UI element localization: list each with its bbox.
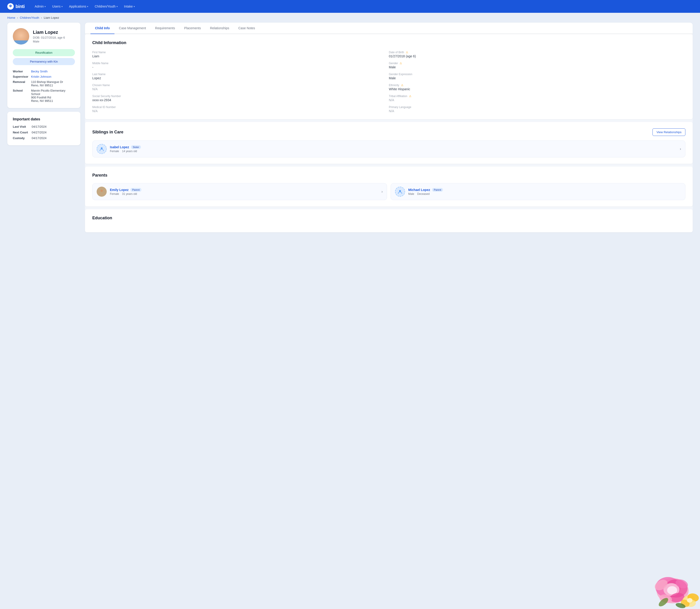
next-court-label: Next Court [13, 130, 28, 134]
last-visit-value: 04/17/2024 [32, 125, 75, 128]
emily-sub: Female 31 years old [110, 192, 378, 195]
education-section: Education [85, 209, 693, 232]
nav-children-youth[interactable]: Children/Youth ▾ [92, 3, 120, 10]
parent-emily-card[interactable]: Emily Lopez Parent Female 31 years old › [92, 183, 387, 200]
svg-point-9 [667, 586, 677, 594]
badge-row: Reunification Permanency with Kin [13, 49, 75, 65]
avatar [13, 28, 29, 45]
breadcrumb: Home › Children/Youth › Liam Lopez [0, 13, 700, 23]
view-relationships-button[interactable]: View Relationships [652, 128, 685, 136]
field-medical-id: Medical ID Number N/A [92, 106, 389, 113]
nav-applications-chevron: ▾ [87, 5, 88, 8]
svg-point-7 [665, 579, 687, 597]
field-gender-expression: Gender Expression Male [389, 73, 685, 80]
tribal-warning-icon: ⚠ [409, 94, 412, 98]
isabel-chevron: › [680, 147, 681, 151]
svg-point-1 [101, 147, 103, 149]
siblings-title: Siblings in Care [92, 130, 123, 135]
field-last-name: Last Name Lopez [92, 73, 389, 80]
last-visit-label: Last Visit [13, 125, 28, 128]
nav-users-chevron: ▾ [62, 5, 63, 8]
profile-name: Liam Lopez [33, 30, 65, 35]
nav-admin[interactable]: Admin ▾ [32, 3, 49, 10]
worker-label: Worker [13, 70, 28, 73]
right-panel: Child Info Case Management Requirements … [85, 23, 693, 235]
child-info-left-col: First Name Liam Middle Name - Last Name … [92, 51, 389, 113]
dob-warning-icon: ⚠ [406, 51, 408, 54]
field-first-name: First Name Liam [92, 51, 389, 58]
education-title: Education [92, 216, 685, 221]
emily-tag: Parent [130, 188, 141, 192]
svg-point-10 [653, 578, 669, 593]
nav-intake[interactable]: Intake ▾ [121, 3, 138, 10]
school-value: Marvin Picollo Elementary School900 Foot… [31, 89, 75, 103]
sibling-isabel-card[interactable]: Isabel Lopez Sister Female 14 years old … [92, 140, 685, 157]
isabel-info: Isabel Lopez Sister Female 14 years old [110, 145, 677, 153]
michael-tag: Parent [432, 188, 443, 192]
svg-point-4 [399, 190, 401, 192]
parents-section: Parents Emily Lope [85, 167, 693, 207]
tabs-bar: Child Info Case Management Requirements … [85, 23, 693, 34]
tab-requirements[interactable]: Requirements [151, 23, 179, 34]
parent-michael-card[interactable]: Michael Lopez Parent Male Deceased [391, 183, 685, 200]
nav-users[interactable]: Users ▾ [49, 3, 65, 10]
svg-point-15 [687, 593, 699, 603]
profile-card: Liam Lopez DOB: 01/27/2018, age 6 Male R… [7, 23, 81, 108]
logo[interactable]: binti [7, 3, 25, 10]
isabel-name: Isabel Lopez [110, 145, 129, 149]
svg-point-17 [680, 598, 691, 608]
profile-gender: Male [33, 40, 65, 43]
field-tribal: Tribal Affiliation ⚠ N/A [389, 94, 685, 102]
breadcrumb-sep-2: › [41, 16, 42, 19]
parents-list: Emily Lopez Parent Female 31 years old › [92, 183, 685, 200]
field-gender: Gender ⚠ Male [389, 62, 685, 69]
tab-relationships[interactable]: Relationships [205, 23, 234, 34]
emily-chevron: › [382, 190, 383, 194]
field-dob: Date of Birth ⚠ 01/27/2018 (age 6) [389, 51, 685, 58]
field-ssn: Social Security Number xxxx-xx-2934 [92, 94, 389, 102]
emily-name: Emily Lopez [110, 188, 129, 192]
tab-case-notes[interactable]: Case Notes [234, 23, 260, 34]
child-info-title: Child Information [92, 40, 685, 45]
permanency-badge: Permanency with Kin [13, 58, 75, 65]
field-chosen-name: Chosen Name N/A [92, 84, 389, 91]
main-layout: Liam Lopez DOB: 01/27/2018, age 6 Male R… [0, 23, 700, 235]
worker-value[interactable]: Becky Smith [31, 70, 75, 73]
logo-icon [7, 3, 14, 10]
breadcrumb-home[interactable]: Home [7, 16, 15, 19]
breadcrumb-sep-1: › [17, 16, 18, 19]
emily-info: Emily Lopez Parent Female 31 years old [110, 188, 378, 195]
school-label: School [13, 89, 28, 103]
dates-card: Important dates Last Visit 04/17/2024 Ne… [7, 112, 81, 145]
svg-point-20 [675, 602, 686, 609]
emily-avatar [97, 187, 107, 197]
ethnicity-warning-icon: ⚠ [401, 84, 403, 87]
nav-items: Admin ▾ Users ▾ Applications ▾ Children/… [32, 3, 693, 10]
svg-point-16 [686, 599, 696, 607]
avatar-shirt [13, 40, 29, 45]
isabel-name-row: Isabel Lopez Sister [110, 145, 677, 149]
breadcrumb-current: Liam Lopez [44, 16, 59, 19]
gender-warning-icon: ⚠ [400, 62, 402, 65]
top-navigation: binti Admin ▾ Users ▾ Applications ▾ Chi… [0, 0, 700, 13]
removal-value: 110 Bishop Manogue DrReno, NV 89511 [31, 80, 75, 87]
field-primary-language: Primary Language N/A [389, 106, 685, 113]
supervisor-value[interactable]: Kristin Johnson [31, 75, 75, 79]
svg-point-12 [669, 592, 685, 604]
tab-placements[interactable]: Placements [179, 23, 205, 34]
svg-point-14 [681, 593, 696, 607]
profile-info: Liam Lopez DOB: 01/27/2018, age 6 Male [33, 30, 65, 43]
reunification-badge: Reunification [13, 49, 75, 56]
tab-child-info[interactable]: Child Info [90, 23, 115, 34]
breadcrumb-children-youth[interactable]: Children/Youth [20, 16, 39, 19]
michael-sub: Male Deceased [408, 192, 681, 195]
svg-point-19 [657, 596, 670, 608]
svg-point-5 [657, 578, 688, 603]
svg-point-6 [655, 577, 681, 597]
supervisor-label: Supervisor [13, 75, 28, 79]
tab-case-management[interactable]: Case Management [115, 23, 151, 34]
isabel-tag: Sister [131, 145, 141, 149]
svg-point-18 [687, 598, 693, 603]
nav-applications[interactable]: Applications ▾ [66, 3, 91, 10]
michael-avatar [395, 187, 405, 197]
